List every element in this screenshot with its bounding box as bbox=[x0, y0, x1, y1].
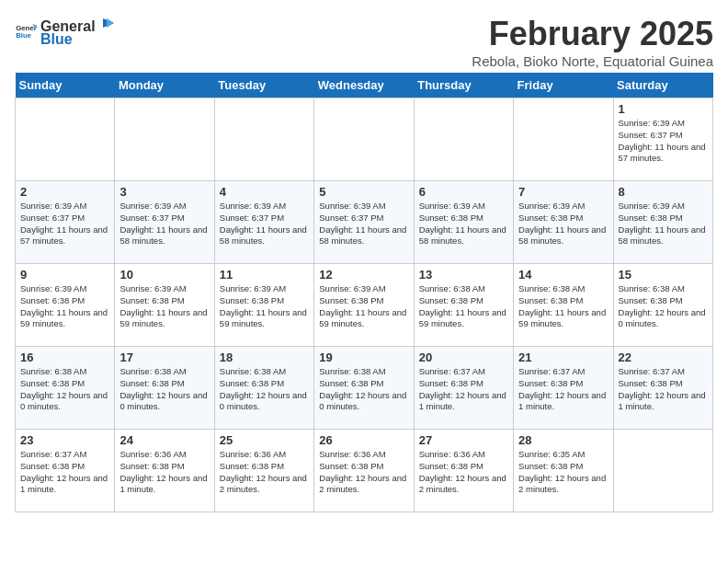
calendar-cell: 13Sunrise: 6:38 AM Sunset: 6:38 PM Dayli… bbox=[414, 264, 513, 347]
calendar-cell: 28Sunrise: 6:35 AM Sunset: 6:38 PM Dayli… bbox=[514, 430, 613, 512]
cell-daylight-info: Sunrise: 6:35 AM Sunset: 6:38 PM Dayligh… bbox=[518, 449, 608, 496]
cell-daylight-info: Sunrise: 6:36 AM Sunset: 6:38 PM Dayligh… bbox=[220, 449, 309, 496]
calendar-cell: 9Sunrise: 6:39 AM Sunset: 6:38 PM Daylig… bbox=[16, 264, 115, 347]
calendar-cell: 3Sunrise: 6:39 AM Sunset: 6:37 PM Daylig… bbox=[115, 181, 214, 264]
calendar-cell: 26Sunrise: 6:36 AM Sunset: 6:38 PM Dayli… bbox=[314, 430, 414, 512]
calendar-cell: 22Sunrise: 6:37 AM Sunset: 6:38 PM Dayli… bbox=[613, 347, 712, 430]
calendar-cell: 10Sunrise: 6:39 AM Sunset: 6:38 PM Dayli… bbox=[115, 264, 214, 347]
calendar-cell bbox=[214, 98, 313, 181]
cell-daylight-info: Sunrise: 6:38 AM Sunset: 6:38 PM Dayligh… bbox=[619, 283, 708, 330]
day-number: 13 bbox=[419, 268, 508, 282]
calendar-cell: 23Sunrise: 6:37 AM Sunset: 6:38 PM Dayli… bbox=[16, 430, 115, 512]
cell-daylight-info: Sunrise: 6:39 AM Sunset: 6:38 PM Dayligh… bbox=[619, 201, 708, 247]
day-number: 4 bbox=[220, 185, 309, 199]
calendar-cell: 7Sunrise: 6:39 AM Sunset: 6:38 PM Daylig… bbox=[514, 181, 613, 264]
cell-daylight-info: Sunrise: 6:38 AM Sunset: 6:38 PM Dayligh… bbox=[419, 283, 508, 330]
title-area: February 2025 Rebola, Bioko Norte, Equat… bbox=[472, 15, 713, 69]
day-number: 22 bbox=[619, 350, 708, 364]
calendar-week-row: 16Sunrise: 6:38 AM Sunset: 6:38 PM Dayli… bbox=[16, 347, 713, 430]
page-header: General Blue General Blue February 2025 … bbox=[15, 15, 713, 69]
cell-daylight-info: Sunrise: 6:39 AM Sunset: 6:38 PM Dayligh… bbox=[119, 283, 209, 330]
day-of-week-header: Wednesday bbox=[314, 73, 414, 98]
calendar-cell: 18Sunrise: 6:38 AM Sunset: 6:38 PM Dayli… bbox=[214, 347, 313, 430]
calendar-cell bbox=[613, 430, 712, 512]
calendar-cell: 4Sunrise: 6:39 AM Sunset: 6:37 PM Daylig… bbox=[214, 181, 313, 264]
day-number: 9 bbox=[20, 268, 109, 282]
calendar-cell bbox=[314, 98, 414, 181]
calendar-week-row: 2Sunrise: 6:39 AM Sunset: 6:37 PM Daylig… bbox=[16, 181, 713, 264]
cell-daylight-info: Sunrise: 6:39 AM Sunset: 6:37 PM Dayligh… bbox=[319, 201, 408, 247]
day-of-week-header: Friday bbox=[514, 73, 613, 98]
day-number: 14 bbox=[518, 268, 608, 282]
cell-daylight-info: Sunrise: 6:37 AM Sunset: 6:38 PM Dayligh… bbox=[518, 366, 608, 413]
day-number: 11 bbox=[220, 268, 309, 282]
cell-daylight-info: Sunrise: 6:38 AM Sunset: 6:38 PM Dayligh… bbox=[319, 366, 408, 413]
day-of-week-header: Tuesday bbox=[214, 73, 313, 98]
cell-daylight-info: Sunrise: 6:39 AM Sunset: 6:38 PM Dayligh… bbox=[518, 201, 608, 247]
day-number: 10 bbox=[119, 268, 209, 282]
calendar-cell: 8Sunrise: 6:39 AM Sunset: 6:38 PM Daylig… bbox=[613, 181, 712, 264]
calendar-cell: 2Sunrise: 6:39 AM Sunset: 6:37 PM Daylig… bbox=[16, 181, 115, 264]
day-number: 5 bbox=[319, 185, 408, 199]
cell-daylight-info: Sunrise: 6:37 AM Sunset: 6:38 PM Dayligh… bbox=[419, 366, 508, 413]
calendar-header-row: SundayMondayTuesdayWednesdayThursdayFrid… bbox=[16, 73, 713, 98]
day-number: 24 bbox=[119, 433, 209, 447]
calendar-cell bbox=[514, 98, 613, 181]
cell-daylight-info: Sunrise: 6:38 AM Sunset: 6:38 PM Dayligh… bbox=[220, 366, 309, 413]
calendar-cell: 14Sunrise: 6:38 AM Sunset: 6:38 PM Dayli… bbox=[514, 264, 613, 347]
day-number: 7 bbox=[518, 185, 608, 199]
calendar-cell: 27Sunrise: 6:36 AM Sunset: 6:38 PM Dayli… bbox=[414, 430, 513, 512]
cell-daylight-info: Sunrise: 6:38 AM Sunset: 6:38 PM Dayligh… bbox=[20, 366, 109, 413]
calendar-cell: 6Sunrise: 6:39 AM Sunset: 6:38 PM Daylig… bbox=[414, 181, 513, 264]
day-number: 12 bbox=[319, 268, 408, 282]
calendar-cell bbox=[16, 98, 115, 181]
calendar-cell: 19Sunrise: 6:38 AM Sunset: 6:38 PM Dayli… bbox=[314, 347, 414, 430]
day-number: 20 bbox=[419, 350, 508, 364]
cell-daylight-info: Sunrise: 6:37 AM Sunset: 6:38 PM Dayligh… bbox=[619, 366, 708, 413]
day-number: 19 bbox=[319, 350, 408, 364]
calendar-cell: 11Sunrise: 6:39 AM Sunset: 6:38 PM Dayli… bbox=[214, 264, 313, 347]
svg-text:Blue: Blue bbox=[16, 31, 32, 40]
calendar-cell: 20Sunrise: 6:37 AM Sunset: 6:38 PM Dayli… bbox=[414, 347, 513, 430]
cell-daylight-info: Sunrise: 6:36 AM Sunset: 6:38 PM Dayligh… bbox=[119, 449, 209, 496]
logo-icon: General Blue bbox=[15, 20, 37, 42]
day-number: 2 bbox=[20, 185, 109, 199]
cell-daylight-info: Sunrise: 6:39 AM Sunset: 6:38 PM Dayligh… bbox=[220, 283, 309, 330]
day-number: 3 bbox=[119, 185, 209, 199]
calendar-cell: 17Sunrise: 6:38 AM Sunset: 6:38 PM Dayli… bbox=[115, 347, 214, 430]
day-number: 18 bbox=[220, 350, 309, 364]
calendar-cell: 25Sunrise: 6:36 AM Sunset: 6:38 PM Dayli… bbox=[214, 430, 313, 512]
location-title: Rebola, Bioko Norte, Equatorial Guinea bbox=[472, 53, 713, 69]
cell-daylight-info: Sunrise: 6:38 AM Sunset: 6:38 PM Dayligh… bbox=[119, 366, 209, 413]
cell-daylight-info: Sunrise: 6:39 AM Sunset: 6:38 PM Dayligh… bbox=[319, 283, 408, 330]
day-number: 28 bbox=[518, 433, 608, 447]
logo: General Blue General Blue bbox=[15, 15, 116, 48]
calendar-cell: 21Sunrise: 6:37 AM Sunset: 6:38 PM Dayli… bbox=[514, 347, 613, 430]
cell-daylight-info: Sunrise: 6:37 AM Sunset: 6:38 PM Dayligh… bbox=[20, 449, 109, 496]
day-number: 6 bbox=[419, 185, 508, 199]
cell-daylight-info: Sunrise: 6:36 AM Sunset: 6:38 PM Dayligh… bbox=[319, 449, 408, 496]
day-number: 15 bbox=[619, 268, 708, 282]
svg-marker-6 bbox=[107, 18, 114, 28]
calendar-cell: 1Sunrise: 6:39 AM Sunset: 6:37 PM Daylig… bbox=[613, 98, 712, 181]
calendar-table: SundayMondayTuesdayWednesdayThursdayFrid… bbox=[15, 73, 713, 512]
cell-daylight-info: Sunrise: 6:39 AM Sunset: 6:37 PM Dayligh… bbox=[20, 201, 109, 247]
calendar-cell: 16Sunrise: 6:38 AM Sunset: 6:38 PM Dayli… bbox=[16, 347, 115, 430]
cell-daylight-info: Sunrise: 6:36 AM Sunset: 6:38 PM Dayligh… bbox=[419, 449, 508, 496]
calendar-cell: 12Sunrise: 6:39 AM Sunset: 6:38 PM Dayli… bbox=[314, 264, 414, 347]
day-number: 25 bbox=[220, 433, 309, 447]
cell-daylight-info: Sunrise: 6:39 AM Sunset: 6:38 PM Dayligh… bbox=[20, 283, 109, 330]
calendar-cell bbox=[414, 98, 513, 181]
calendar-cell: 15Sunrise: 6:38 AM Sunset: 6:38 PM Dayli… bbox=[613, 264, 712, 347]
cell-daylight-info: Sunrise: 6:38 AM Sunset: 6:38 PM Dayligh… bbox=[518, 283, 608, 330]
calendar-week-row: 1Sunrise: 6:39 AM Sunset: 6:37 PM Daylig… bbox=[16, 98, 713, 181]
day-of-week-header: Saturday bbox=[613, 73, 712, 98]
cell-daylight-info: Sunrise: 6:39 AM Sunset: 6:38 PM Dayligh… bbox=[419, 201, 508, 247]
day-number: 1 bbox=[619, 102, 708, 116]
day-of-week-header: Sunday bbox=[16, 73, 115, 98]
day-number: 17 bbox=[119, 350, 209, 364]
logo-arrow bbox=[97, 15, 114, 31]
calendar-week-row: 23Sunrise: 6:37 AM Sunset: 6:38 PM Dayli… bbox=[16, 430, 713, 512]
cell-daylight-info: Sunrise: 6:39 AM Sunset: 6:37 PM Dayligh… bbox=[220, 201, 309, 247]
day-number: 27 bbox=[419, 433, 508, 447]
